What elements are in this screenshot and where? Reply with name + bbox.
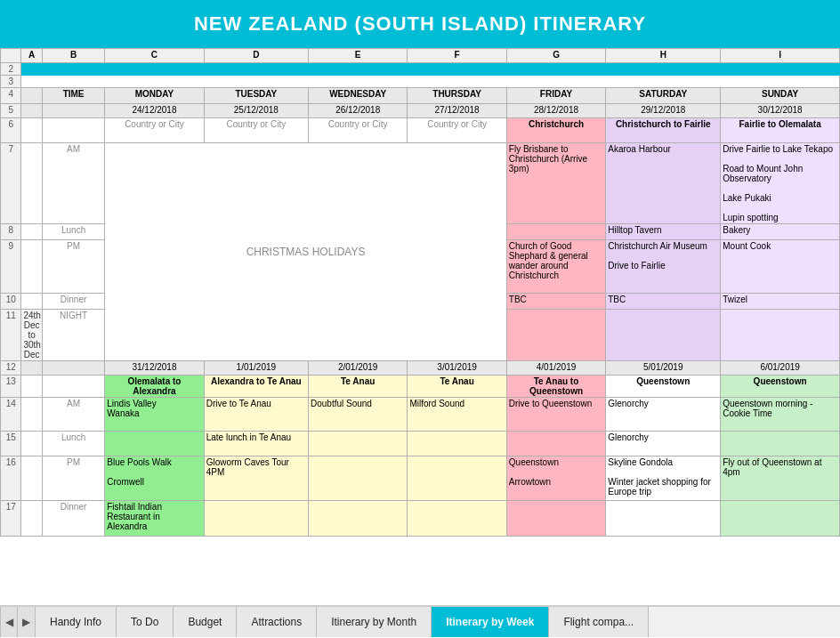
tab-budget[interactable]: Budget [174,607,237,637]
cell-e16 [308,456,407,501]
cell-c15 [105,432,204,456]
cell-e17 [308,501,407,537]
row-11-num: 11 [1,310,21,361]
tab-scroll-left-btn[interactable]: ◀ [0,607,18,637]
cell-a12 [21,361,42,376]
col-c-header: C [105,49,204,63]
cell-i17 [721,501,840,537]
cell-h17 [606,501,721,537]
row-12-num: 12 [1,361,21,376]
cell-b12 [42,361,104,376]
wed-date: 26/12/2018 [308,104,407,118]
cell-b7-am: AM [42,143,104,224]
tab-handy-info[interactable]: Handy Info [36,607,117,637]
cell-h15: Glenorchy [606,432,721,456]
tab-itinerary-week[interactable]: Itinerary by Week [432,607,549,637]
cell-a4 [21,88,42,104]
row-6-num: 6 [1,118,21,143]
tuesday-header: TUESDAY [204,88,308,104]
row-14-num: 14 [1,398,21,432]
tab-to-do[interactable]: To Do [117,607,174,637]
sunday-header: SUNDAY [721,88,840,104]
row-5-num: 5 [1,104,21,118]
thu2-date: 3/01/2019 [408,361,506,376]
row-8-num: 8 [1,224,21,240]
col-f-header: F [408,49,506,63]
cell-h14: Glenorchy [606,398,721,432]
cell-b5 [42,104,104,118]
cell-i10: Twizel [721,294,840,310]
cell-g10: TBC [506,294,605,310]
cell-d14: Drive to Te Anau [204,398,308,432]
corner-cell [1,49,21,63]
col-i-header: I [721,49,840,63]
tab-flight[interactable]: Flight compa... [549,607,649,637]
cell-a6 [21,118,42,143]
cell-e6: Country or City [308,118,407,143]
row-2-num: 2 [1,63,21,76]
cell-f16 [408,456,506,501]
cell-a8 [21,224,42,240]
cell-d17 [204,501,308,537]
row-16-num: 16 [1,456,21,501]
cell-a13 [21,376,42,398]
tab-attractions[interactable]: Attractions [237,607,317,637]
sat-date: 29/12/2018 [606,104,721,118]
cell-b8-lunch: Lunch [42,224,104,240]
cell-b16-pm: PM [42,456,104,501]
cell-b17-dinner: Dinner [42,501,104,537]
row-3-num: 3 [1,76,21,88]
monday-header: MONDAY [105,88,204,104]
title-bar: NEW ZEALAND (SOUTH ISLAND) ITINERARY [0,0,840,48]
tue2-date: 1/01/2019 [204,361,308,376]
cell-g17 [506,501,605,537]
cell-a16 [21,456,42,501]
cell-h10: TBC [606,294,721,310]
mon-date: 24/12/2018 [105,104,204,118]
cell-f6: Country or City [408,118,506,143]
cell-f13: Te Anau [408,376,506,398]
cell-i16: Fly out of Queenstown at 4pm [721,456,840,501]
cell-i13: Queenstown [721,376,840,398]
cell-i14: Queenstown morning - Cookie Time [721,398,840,432]
cell-a17 [21,501,42,537]
cell-i8: Bakery [721,224,840,240]
row-10-num: 10 [1,294,21,310]
spreadsheet: NEW ZEALAND (SOUTH ISLAND) ITINERARY A B… [0,0,840,605]
cell-i6: Fairlie to Olemalata [721,118,840,143]
row-17-num: 17 [1,501,21,537]
cell-e14: Doubtful Sound [308,398,407,432]
col-b-header: B [42,49,104,63]
tab-itinerary-month[interactable]: Itinerary by Month [317,607,432,637]
cell-f15 [408,432,506,456]
cell-b9-pm: PM [42,240,104,294]
col-e-header: E [308,49,407,63]
row-7-num: 7 [1,143,21,224]
cell-c16: Blue Pools WalkCromwell [105,456,204,501]
cell-g13: Te Anau to Queenstown [506,376,605,398]
cell-h6: Christchurch to Fairlie [606,118,721,143]
sun-date: 30/12/2018 [721,104,840,118]
tab-scroll-right-btn[interactable]: ▶ [18,607,36,637]
cell-a5 [21,104,42,118]
cell-h13: Queenstown [606,376,721,398]
cell-h7: Akaroa Harbour [606,143,721,224]
cell-d6: Country or City [204,118,308,143]
cell-b6 [42,118,104,143]
cell-g8 [506,224,605,240]
cell-c17: Fishtail Indian Restaurant in Alexandra [105,501,204,537]
cell-h9: Christchurch Air MuseumDrive to Fairlie [606,240,721,294]
cell-g9: Church of Good Shephard & general wander… [506,240,605,294]
cell-h11 [606,310,721,361]
page-title: NEW ZEALAND (SOUTH ISLAND) ITINERARY [194,12,646,35]
cell-b15-lunch: Lunch [42,432,104,456]
wednesday-header: WEDNESDAY [308,88,407,104]
fri2-date: 4/01/2019 [506,361,605,376]
cell-g6: Christchurch [506,118,605,143]
cell-h8: Hilltop Tavern [606,224,721,240]
christmas-cell: CHRISTMAS HOLIDAYS [105,143,507,361]
cell-a10 [21,294,42,310]
friday-header: FRIDAY [506,88,605,104]
cell-i15 [721,432,840,456]
cell-g7: Fly Brisbane to Christchurch (Arrive 3pm… [506,143,605,224]
